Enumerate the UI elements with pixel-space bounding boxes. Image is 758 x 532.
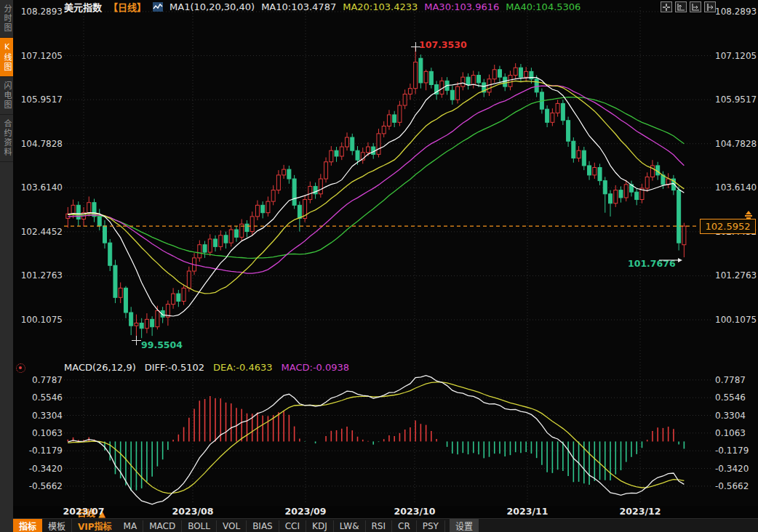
macd-axis-label: 0.1063: [715, 428, 758, 438]
low-price-label: 99.5504: [141, 339, 183, 350]
toolbar-tab[interactable]: PSY: [417, 520, 445, 532]
high-cross-marker: [411, 42, 420, 52]
macd-axis-label: 0.3304: [715, 411, 758, 421]
toolbar-tab[interactable]: VIP指标: [72, 519, 118, 532]
ma10-value: MA10:103.4787: [261, 1, 336, 12]
price-axis-label: 108.2893: [17, 7, 63, 17]
toolbar-tab[interactable]: MA: [118, 520, 144, 532]
sidebar-tab-active[interactable]: K线图: [0, 38, 13, 77]
app-window: 分时图K线图闪电图合约资料 美元指数 【日线】 MA1(10,20,30,40)…: [0, 0, 758, 532]
macd-pane-icon[interactable]: [16, 363, 25, 373]
month-label: 2023/07: [63, 506, 105, 517]
price-axis-label: 108.2893: [715, 7, 758, 17]
price-axis-label: 104.7828: [17, 139, 63, 149]
ma40-value: MA40:104.5306: [506, 1, 581, 12]
x-axis-row: 日线 ▲ 2023/072023/082023/092023/102023/11…: [13, 506, 758, 518]
price-axis-label: 102.4452: [17, 227, 63, 237]
macd-axis-label: -0.3420: [715, 464, 758, 474]
bottom-toolbar: 指标模板VIP指标MAMACDBOLLVOLBIASCCIKDJLW&RSICR…: [13, 518, 758, 532]
macd-dea-value: DEA:-0.4633: [213, 362, 272, 373]
toolbar-tab[interactable]: LW&: [334, 520, 366, 532]
macd-diff-value: DIFF:-0.5102: [145, 362, 204, 373]
toolbar-tab[interactable]: CCI: [279, 520, 306, 532]
sidebar-tab-item[interactable]: 分时图: [0, 0, 13, 38]
low-cross-marker: [132, 336, 141, 345]
macd-axis-label: -0.1179: [715, 446, 758, 456]
price-axis-label: 103.6140: [17, 182, 63, 193]
price-axis-label: 101.2763: [17, 270, 63, 281]
chart-header: 美元指数 【日线】 MA1(10,20,30,40) MA10:103.4787…: [64, 1, 581, 12]
month-label: 2023/11: [507, 506, 548, 517]
month-label: 2023/12: [620, 506, 661, 517]
toolbar-tab[interactable]: BIAS: [247, 520, 279, 532]
toolbar-tab[interactable]: MACD: [143, 520, 182, 532]
ma-settings-label: MA1(10,20,30,40): [169, 1, 255, 12]
left-sidebar: 分时图K线图闪电图合约资料: [0, 0, 13, 532]
macd-axis-label: -0.5662: [715, 481, 758, 491]
price-axis-label: 100.1075: [715, 315, 758, 325]
price-axis-label: 104.7828: [715, 139, 758, 149]
toolbar-tab[interactable]: CR: [392, 520, 417, 532]
price-alert-icon: [743, 211, 754, 219]
macd-title: MACD(26,12,9): [64, 362, 136, 373]
axis-zoom-vertical-icon[interactable]: [675, 1, 687, 12]
macd-axis-label: 0.3304: [17, 411, 63, 421]
price-axis-label: 103.6140: [715, 182, 758, 193]
macd-axis-label: 0.7787: [17, 375, 63, 385]
macd-bar-value: MACD:-0.0938: [282, 362, 350, 373]
chart-tool-icons: [661, 1, 716, 12]
symbol-title: 美元指数: [64, 0, 102, 14]
toolbar-tab[interactable]: 指标: [13, 519, 42, 532]
price-axis-label: 107.1205: [17, 51, 63, 61]
price-axis-label: 100.1075: [17, 315, 63, 325]
price-axis-label: 105.9517: [715, 94, 758, 105]
macd-axis-label: -0.1179: [17, 446, 63, 456]
macd-axis-label: 0.1063: [17, 428, 63, 438]
price-axis-label: 101.2763: [715, 270, 758, 281]
crosshair-icon[interactable]: [661, 1, 672, 12]
toolbar-tab[interactable]: BOLL: [182, 520, 217, 532]
high-price-label: 107.3530: [419, 39, 467, 50]
month-label: 2023/09: [285, 506, 327, 517]
toolbar-tab[interactable]: 模板: [42, 519, 72, 532]
toolbar-tab[interactable]: RSI: [366, 520, 393, 532]
macd-axis-label: -0.5662: [17, 481, 63, 491]
ma30-value: MA30:103.9616: [424, 1, 499, 12]
price-axis-label: 105.9517: [17, 94, 63, 105]
macd-axis-label: 0.7787: [715, 375, 758, 385]
macd-header: MACD(26,12,9) DIFF:-0.5102 DEA:-0.4633 M…: [64, 362, 349, 373]
pan-right-icon[interactable]: [704, 1, 716, 12]
sidebar-tab-item[interactable]: 闪电图: [0, 77, 13, 115]
kline-chart-icon: [153, 2, 163, 12]
macd-axis-label: 0.5546: [17, 392, 63, 403]
toolbar-tab[interactable]: VOL: [217, 520, 247, 532]
last-low-arrow-icon: [658, 256, 683, 265]
ma20-value: MA20:103.4233: [343, 1, 418, 12]
price-axis-label: 107.1205: [715, 51, 758, 61]
month-label: 2023/08: [172, 506, 214, 517]
period-title: 【日线】: [108, 0, 146, 14]
toolbar-tab[interactable]: KDJ: [306, 520, 334, 532]
sidebar-tab-item[interactable]: 合约资料: [0, 115, 13, 162]
toolbar-tab[interactable]: 设置: [450, 519, 479, 532]
month-label: 2023/10: [394, 506, 436, 517]
macd-axis-label: 0.5546: [715, 392, 758, 403]
current-price-badge[interactable]: 102.5952: [700, 219, 756, 234]
axis-zoom-horizontal-icon[interactable]: [690, 1, 701, 12]
macd-axis-label: -0.3420: [17, 464, 63, 474]
